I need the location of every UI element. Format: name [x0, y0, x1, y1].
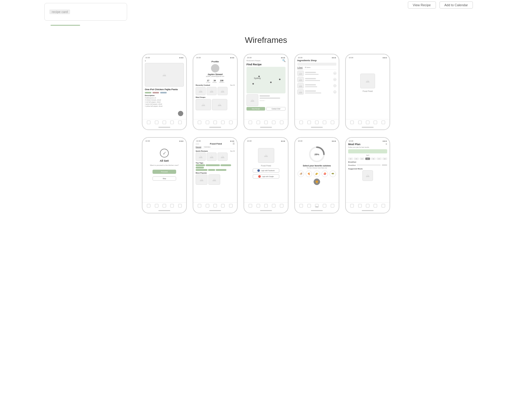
nav-home-2[interactable]	[198, 121, 201, 124]
nav-profile-9[interactable]	[331, 204, 334, 208]
nav-camera-8[interactable]	[264, 204, 268, 208]
nav-calendar-icon[interactable]	[170, 121, 174, 124]
nav-profile-icon[interactable]	[178, 121, 182, 124]
nav-camera-4[interactable]	[315, 121, 319, 124]
nav-home-5[interactable]	[350, 121, 354, 124]
nav-search-5[interactable]	[358, 121, 362, 124]
back-arrow-icon[interactable]: ‹	[145, 59, 184, 62]
nav-search-6[interactable]	[155, 204, 158, 208]
nav-camera-icon[interactable]	[163, 121, 166, 124]
tag-3[interactable]	[160, 92, 167, 93]
nav-profile-5[interactable]	[382, 121, 385, 124]
top-tags-title: Top Tags	[196, 162, 203, 164]
nav-home-4[interactable]	[299, 121, 303, 124]
tag-pill-3[interactable]	[220, 164, 231, 166]
tag-pill-6[interactable]	[208, 169, 215, 171]
nav-calendar-3[interactable]	[272, 121, 275, 124]
nav-profile-4[interactable]	[331, 121, 334, 124]
nav-camera-7[interactable]	[213, 204, 217, 208]
nav-camera-10[interactable]	[366, 204, 369, 208]
proceed-button[interactable]: Proceed	[153, 170, 176, 174]
see-all-link-1[interactable]: See All	[230, 84, 235, 86]
nav-profile-10[interactable]	[382, 204, 385, 208]
add-ingredient-3[interactable]: +	[333, 84, 336, 87]
nav-home-10[interactable]	[350, 204, 354, 208]
tag-2[interactable]	[153, 92, 159, 93]
nav-calendar-9[interactable]	[323, 204, 326, 208]
nav-home-6[interactable]	[147, 204, 150, 208]
login-facebook-button[interactable]: f Login with Facebook	[253, 168, 279, 173]
quick-recipes-header: Quick Recipes See All	[196, 150, 235, 152]
cuisine-btn-1[interactable]: 🍜	[298, 171, 304, 177]
nav-home-icon[interactable]	[147, 121, 150, 124]
tag-pill-2[interactable]	[206, 164, 220, 166]
view-recipe-button[interactable]: View Recipe	[408, 1, 436, 9]
nav-camera-6[interactable]	[163, 204, 166, 208]
search-icon-7[interactable]	[196, 143, 199, 145]
close-icon-10[interactable]: ×	[385, 142, 387, 146]
tab-calendars[interactable]: Calendars	[204, 146, 210, 148]
cal-day-4[interactable]: 15	[365, 158, 370, 160]
cal-day-6[interactable]: 17	[377, 158, 381, 160]
nav-camera-9[interactable]	[315, 204, 319, 208]
nav-calendar-10[interactable]	[374, 204, 377, 208]
tag-pill-1[interactable]	[196, 164, 205, 166]
nav-profile-6[interactable]	[178, 204, 182, 208]
nav-search-3[interactable]	[257, 121, 260, 124]
cuisine-btn-5[interactable]: 🥗	[330, 171, 336, 177]
cuisine-btn-6[interactable]: 🍔	[314, 179, 320, 185]
tab-in-need[interactable]: In Need	[297, 67, 303, 69]
cuisine-btn-2[interactable]: 🍕	[306, 171, 312, 177]
nav-home-7[interactable]	[198, 204, 201, 208]
nav-calendar-5[interactable]	[374, 121, 377, 124]
tag-pill-7[interactable]	[216, 169, 226, 171]
skip-button-allset[interactable]: Skip	[153, 176, 176, 181]
nav-profile-7[interactable]	[229, 204, 233, 208]
nav-home-9[interactable]	[299, 204, 303, 208]
see-all-7[interactable]: See All	[230, 150, 235, 152]
add-to-calendar-button[interactable]: Add to Calendar	[439, 1, 473, 9]
nav-search-icon[interactable]	[155, 121, 158, 124]
nav-home-3[interactable]	[249, 121, 252, 124]
nav-search-9[interactable]	[307, 204, 311, 208]
nav-profile-8[interactable]	[280, 204, 283, 208]
tag-1[interactable]	[145, 92, 151, 93]
cal-day-1[interactable]: 12	[348, 158, 353, 160]
tab-discover[interactable]: Discover	[196, 146, 201, 148]
nav-profile-3[interactable]	[280, 121, 283, 124]
nav-camera-2[interactable]	[213, 121, 217, 124]
nav-search-10[interactable]	[358, 204, 362, 208]
search-icon-3[interactable]: 🔍	[282, 59, 286, 62]
cal-day-3[interactable]: 14	[360, 158, 364, 160]
login-google-button[interactable]: G Login with Google	[253, 174, 279, 179]
nav-camera-5[interactable]	[366, 121, 369, 124]
nav-camera-3[interactable]	[264, 121, 268, 124]
nav-search-4[interactable]	[307, 121, 311, 124]
menu-icon-7[interactable]: ☰	[233, 142, 235, 145]
tag-pill-5[interactable]	[196, 169, 207, 171]
nav-search-8[interactable]	[257, 204, 260, 208]
tab-items-count[interactable]: 50 items	[305, 67, 311, 69]
nav-calendar-2[interactable]	[221, 121, 225, 124]
nav-profile-2[interactable]	[229, 121, 233, 124]
add-ingredient-2[interactable]: +	[333, 78, 336, 81]
add-ingredient-1[interactable]: +	[333, 72, 336, 75]
map-view[interactable]: Sydney	[246, 67, 286, 93]
nav-calendar-4[interactable]	[323, 121, 326, 124]
nav-calendar-6[interactable]	[170, 204, 174, 208]
nav-calendar-7[interactable]	[221, 204, 225, 208]
cuisine-btn-4[interactable]: 🍣	[322, 171, 328, 177]
nav-search-7[interactable]	[206, 204, 209, 208]
tag-pill-4[interactable]	[196, 167, 204, 168]
nav-calendar-8[interactable]	[272, 204, 275, 208]
ingredients-search[interactable]	[297, 63, 336, 66]
cal-day-7[interactable]: 18	[382, 158, 387, 160]
nav-search-2[interactable]	[206, 121, 209, 124]
cal-day-2[interactable]: 13	[354, 158, 359, 160]
nav-home-8[interactable]	[249, 204, 252, 208]
cal-day-5[interactable]: 16	[371, 158, 376, 160]
contact-chef-btn[interactable]: Contact Chef	[266, 107, 286, 111]
add-ingredient-4[interactable]: +	[333, 90, 336, 93]
view-recipe-btn[interactable]: View Recipe	[246, 107, 265, 111]
cuisine-btn-3[interactable]: 🌮	[314, 171, 320, 177]
